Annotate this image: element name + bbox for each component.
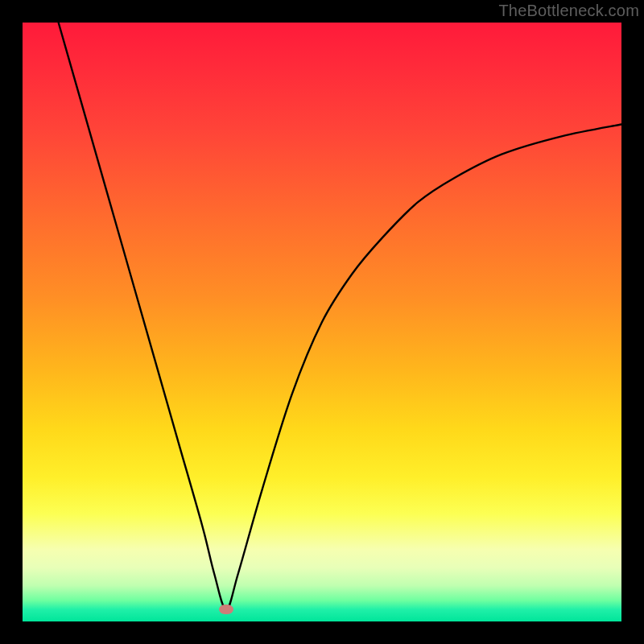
bottleneck-curve [23, 23, 621, 621]
plot-area [23, 23, 621, 621]
watermark-text: TheBottleneck.com [498, 2, 639, 20]
curve-min-marker [219, 605, 233, 614]
chart-frame: TheBottleneck.com [0, 0, 644, 644]
